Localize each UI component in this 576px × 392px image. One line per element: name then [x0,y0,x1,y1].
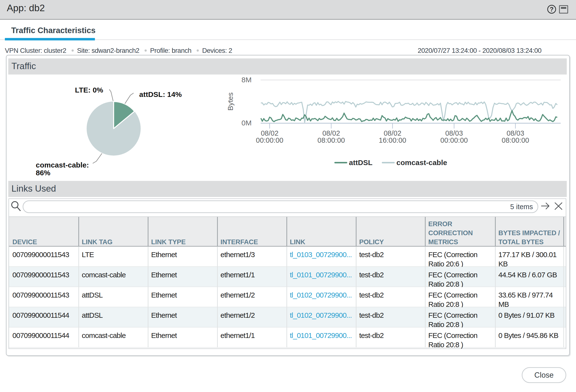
svg-text:00:00:00: 00:00:00 [440,136,468,144]
svg-text:attDSL: attDSL [349,158,373,167]
svg-text:08/03: 08/03 [445,129,463,137]
svg-text:comcast-cable:: comcast-cable: [36,161,89,169]
svg-text:86%: 86% [36,169,50,177]
svg-text:08/03: 08/03 [507,129,524,137]
svg-text:08/02: 08/02 [261,129,279,137]
svg-text:0M: 0M [241,119,252,127]
svg-text:8M: 8M [241,76,252,84]
svg-text:08:00:00: 08:00:00 [317,136,345,144]
svg-text:00:00:00: 00:00:00 [256,136,284,144]
svg-text:08:00:00: 08:00:00 [502,136,529,144]
svg-text:08/02: 08/02 [384,129,402,137]
svg-text:Bytes: Bytes [226,92,234,111]
svg-text:16:00:00: 16:00:00 [379,136,406,144]
svg-text:LTE: 0%: LTE: 0% [75,86,103,94]
svg-text:08/02: 08/02 [322,129,340,137]
svg-text:?: ? [550,6,554,13]
svg-text:attDSL: 14%: attDSL: 14% [139,90,182,98]
svg-text:comcast-cable: comcast-cable [396,158,447,167]
